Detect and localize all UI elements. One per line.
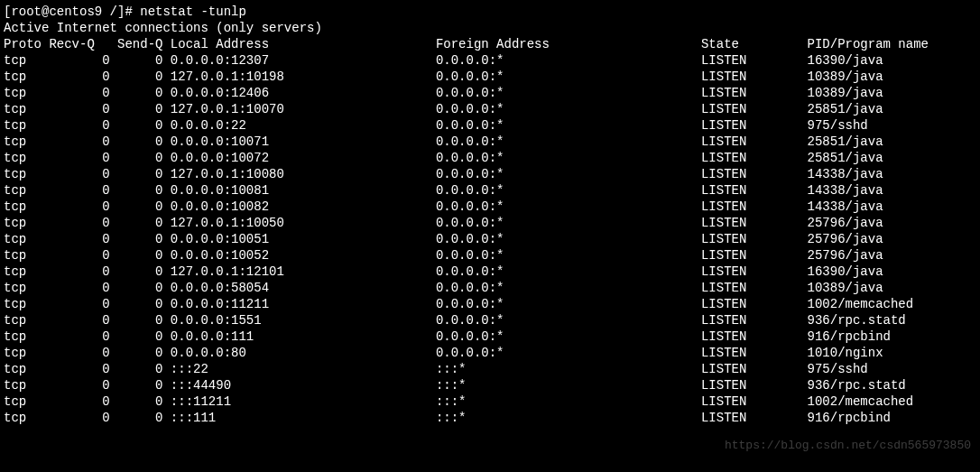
- table-row: tcp 0 0 :::111 :::* LISTEN 916/rpcbind: [4, 410, 976, 426]
- table-row: tcp 0 0 0.0.0.0:10072 0.0.0.0:* LISTEN 2…: [4, 150, 976, 166]
- table-row: tcp 0 0 :::11211 :::* LISTEN 1002/memcac…: [4, 393, 976, 410]
- table-row: tcp 0 0 0.0.0.0:111 0.0.0.0:* LISTEN 916…: [4, 329, 976, 345]
- table-row: tcp 0 0 0.0.0.0:80 0.0.0.0:* LISTEN 1010…: [4, 345, 976, 361]
- table-row: tcp 0 0 0.0.0.0:12406 0.0.0.0:* LISTEN 1…: [4, 85, 976, 101]
- command-text: netstat -tunlp: [140, 5, 246, 19]
- table-row: tcp 0 0 127.0.0.1:12101 0.0.0.0:* LISTEN…: [4, 264, 976, 280]
- table-row: tcp 0 0 :::22 :::* LISTEN 975/sshd: [4, 361, 976, 377]
- table-row: tcp 0 0 0.0.0.0:10071 0.0.0.0:* LISTEN 2…: [4, 134, 976, 150]
- table-row: tcp 0 0 0.0.0.0:1551 0.0.0.0:* LISTEN 93…: [4, 312, 976, 329]
- table-header: Proto Recv-Q Send-Q Local Address Foreig…: [4, 36, 976, 52]
- table-row: tcp 0 0 0.0.0.0:11211 0.0.0.0:* LISTEN 1…: [4, 296, 976, 312]
- connections-title: Active Internet connections (only server…: [4, 20, 976, 36]
- table-row: tcp 0 0 0.0.0.0:12307 0.0.0.0:* LISTEN 1…: [4, 52, 976, 69]
- table-row: tcp 0 0 127.0.0.1:10070 0.0.0.0:* LISTEN…: [4, 101, 976, 117]
- table-row: tcp 0 0 0.0.0.0:10082 0.0.0.0:* LISTEN 1…: [4, 199, 976, 215]
- prompt-line: [root@centos9 /]# netstat -tunlp: [4, 4, 976, 20]
- terminal-output[interactable]: [root@centos9 /]# netstat -tunlpActive I…: [4, 4, 976, 426]
- table-row: tcp 0 0 127.0.0.1:10080 0.0.0.0:* LISTEN…: [4, 166, 976, 182]
- table-row: tcp 0 0 0.0.0.0:58054 0.0.0.0:* LISTEN 1…: [4, 280, 976, 296]
- table-row: tcp 0 0 127.0.0.1:10198 0.0.0.0:* LISTEN…: [4, 69, 976, 85]
- table-row: tcp 0 0 0.0.0.0:22 0.0.0.0:* LISTEN 975/…: [4, 117, 976, 134]
- shell-prompt: [root@centos9 /]#: [4, 5, 140, 19]
- table-row: tcp 0 0 0.0.0.0:10051 0.0.0.0:* LISTEN 2…: [4, 231, 976, 247]
- table-row: tcp 0 0 :::44490 :::* LISTEN 936/rpc.sta…: [4, 377, 976, 393]
- table-row: tcp 0 0 0.0.0.0:10081 0.0.0.0:* LISTEN 1…: [4, 182, 976, 199]
- table-row: tcp 0 0 0.0.0.0:10052 0.0.0.0:* LISTEN 2…: [4, 247, 976, 264]
- table-row: tcp 0 0 127.0.0.1:10050 0.0.0.0:* LISTEN…: [4, 215, 976, 231]
- watermark-text: https://blog.csdn.net/csdn565973850: [725, 438, 971, 454]
